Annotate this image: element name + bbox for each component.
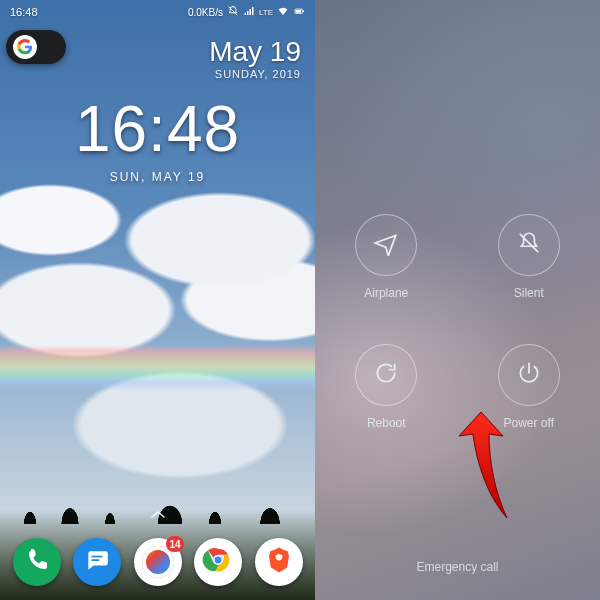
messages-icon (84, 547, 110, 577)
clock-time: 16:48 (0, 92, 315, 166)
phone-app[interactable] (13, 538, 61, 586)
emergency-call-link[interactable]: Emergency call (315, 560, 600, 574)
silent-button[interactable]: Silent (498, 214, 560, 300)
notification-badge: 14 (166, 536, 183, 552)
svg-rect-1 (296, 10, 302, 13)
wifi-icon (277, 5, 289, 19)
date-widget[interactable]: May 19 SUNDAY, 2019 (209, 36, 301, 80)
signal-icon (243, 5, 255, 19)
status-net-speed: 0.0KB/s (188, 7, 223, 18)
folder-stack-icon (142, 546, 174, 578)
brave-icon (264, 545, 294, 579)
airplane-mode-button[interactable]: Airplane (355, 214, 417, 300)
power-off-label: Power off (504, 416, 554, 430)
homescreen: 16:48 0.0KB/s LTE (0, 0, 315, 600)
dnd-icon (227, 5, 239, 19)
clock-date: SUN, MAY 19 (0, 170, 315, 184)
clock-widget[interactable]: 16:48 SUN, MAY 19 (0, 92, 315, 184)
chrome-app[interactable] (194, 538, 242, 586)
reboot-button[interactable]: Reboot (355, 344, 417, 430)
silent-icon (516, 230, 542, 260)
google-search-pill[interactable] (6, 30, 66, 64)
power-off-button[interactable]: Power off (498, 344, 560, 430)
google-icon (13, 35, 37, 59)
airplane-label: Airplane (364, 286, 408, 300)
messages-app[interactable] (73, 538, 121, 586)
battery-icon (293, 5, 305, 19)
status-bar: 16:48 0.0KB/s LTE (0, 0, 315, 24)
reboot-label: Reboot (367, 416, 406, 430)
phone-icon (25, 548, 49, 576)
dock: 14 (0, 538, 315, 586)
status-time: 16:48 (10, 6, 38, 18)
svg-rect-2 (303, 10, 304, 12)
date-widget-line2: SUNDAY, 2019 (209, 68, 301, 80)
power-icon (516, 360, 542, 390)
brave-app[interactable] (255, 538, 303, 586)
reboot-icon (373, 360, 399, 390)
svg-rect-3 (92, 556, 103, 558)
google-apps-folder[interactable]: 14 (134, 538, 182, 586)
silent-label: Silent (514, 286, 544, 300)
date-widget-line1: May 19 (209, 36, 301, 68)
airplane-icon (373, 230, 399, 260)
app-drawer-caret[interactable] (0, 506, 315, 522)
svg-rect-4 (92, 559, 100, 561)
power-menu: Airplane Silent Reboot Power off (315, 0, 600, 600)
lte-label: LTE (259, 8, 273, 17)
chrome-icon (201, 543, 235, 581)
